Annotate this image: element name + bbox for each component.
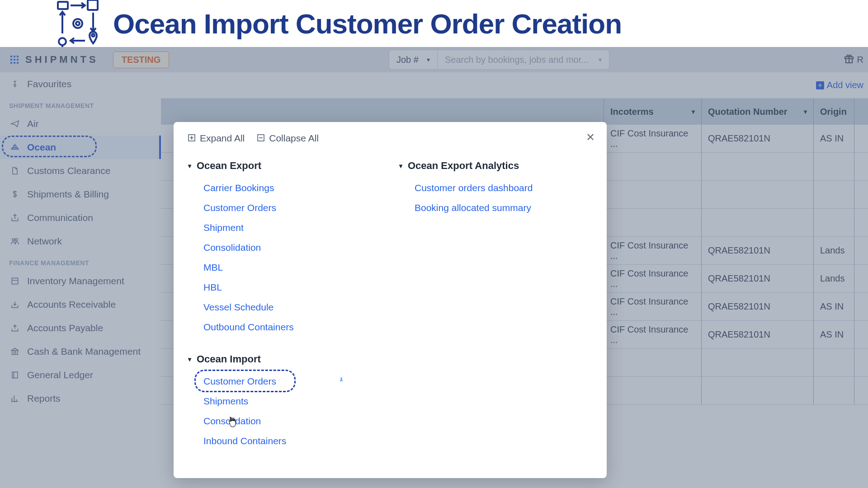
link-shipment[interactable]: Shipment: [188, 218, 381, 238]
sidebar-item-cashbank[interactable]: Cash & Bank Management: [0, 340, 161, 363]
ocean-submenu-popover: Expand All Collapse All ✕ ▾ Ocean Export…: [174, 122, 607, 478]
svg-rect-17: [10, 62, 12, 64]
sidebar-item-network[interactable]: Network: [0, 230, 161, 253]
td-incoterms: [604, 349, 702, 376]
chevron-down-icon: ▾: [692, 108, 695, 115]
svg-rect-12: [14, 56, 15, 57]
toolbar-right: R: [844, 53, 863, 66]
job-type-select[interactable]: Job # ▾: [389, 50, 438, 70]
link-label: Customer orders dashboard: [415, 183, 533, 193]
link-carrier-bookings[interactable]: Carrier Bookings: [188, 178, 381, 198]
link-booking-summary[interactable]: Booking allocated summary: [399, 198, 592, 218]
td-quote: [702, 209, 814, 236]
chart-icon: [10, 394, 20, 404]
th-incoterms[interactable]: Incoterms▾: [604, 99, 702, 125]
link-label: Customer Orders: [203, 376, 276, 387]
sidebar-item-communication[interactable]: Communication: [0, 206, 161, 230]
favourites-label: Favourites: [27, 79, 71, 89]
sidebar-favourites[interactable]: Favourites: [0, 72, 161, 96]
plane-icon: [10, 119, 20, 129]
chevron-down-icon: ▾: [188, 356, 191, 363]
th-label: Origin: [820, 107, 847, 117]
sidebar-label: Ocean: [27, 142, 56, 153]
group-ocean-export-analytics: ▾ Ocean Export Analytics Customer orders…: [399, 160, 592, 218]
link-shipments-import[interactable]: Shipments: [188, 391, 381, 411]
sidebar-nav: Favourites SHIPMENT MANAGEMENT Air Ocean…: [0, 72, 161, 488]
td-incoterms: CIF Cost Insurance ...: [604, 265, 702, 292]
collapse-icon: [257, 133, 264, 144]
close-button[interactable]: ✕: [586, 131, 595, 144]
sidebar-label: General Ledger: [27, 370, 93, 380]
link-customer-dashboard[interactable]: Customer orders dashboard: [399, 178, 592, 198]
collapse-all-button[interactable]: Collapse All: [257, 133, 319, 144]
search-placeholder: Search by bookings, jobs and mor...: [445, 55, 589, 65]
testing-badge: TESTING: [113, 52, 170, 68]
sidebar-section-shipment: SHIPMENT MANAGEMENT: [0, 96, 161, 112]
sidebar-item-ar[interactable]: Accounts Receivable: [0, 293, 161, 316]
th-quote[interactable]: Quotation Number▾: [702, 99, 814, 125]
plus-icon: +: [816, 81, 824, 89]
svg-rect-25: [12, 278, 18, 284]
banner-title: Ocean Import Customer Order Creation: [113, 8, 622, 40]
sidebar-item-ap[interactable]: Accounts Payable: [0, 316, 161, 340]
link-mbl[interactable]: MBL: [188, 258, 381, 277]
td-origin: AS IN: [814, 321, 854, 348]
group-ocean-export: ▾ Ocean Export Carrier Bookings Customer…: [188, 160, 381, 337]
link-inbound-containers[interactable]: Inbound Containers: [188, 431, 381, 451]
group-title-analytics[interactable]: ▾ Ocean Export Analytics: [399, 160, 592, 172]
group-title-ocean-import[interactable]: ▾ Ocean Import: [188, 353, 381, 365]
global-search-input[interactable]: Search by bookings, jobs and mor... ▾: [438, 50, 609, 70]
table-header-spacer: [161, 99, 604, 125]
rewards-label[interactable]: R: [857, 55, 863, 65]
sidebar-label: Accounts Payable: [27, 323, 103, 333]
td-origin: [814, 349, 854, 376]
chevron-down-icon: ▾: [427, 56, 430, 63]
table-header-row: Incoterms▾ Quotation Number▾ Origin: [161, 99, 868, 125]
link-vessel-schedule[interactable]: Vessel Schedule: [188, 297, 381, 317]
chevron-down-icon: ▾: [804, 108, 807, 115]
td-incoterms: [604, 209, 702, 236]
box-icon: [10, 276, 20, 286]
sidebar-item-shipbill[interactable]: Shipments & Billing: [0, 183, 161, 206]
link-consolidation-import[interactable]: Consolidation: [188, 411, 381, 431]
people-icon: [10, 236, 20, 246]
td-incoterms: CIF Cost Insurance ...: [604, 237, 702, 264]
group-label: Ocean Export Analytics: [408, 160, 519, 172]
dollar-icon: [10, 189, 20, 199]
td-origin: Lands: [814, 265, 854, 292]
sidebar-item-inventory[interactable]: Inventory Management: [0, 269, 161, 293]
pin-icon[interactable]: [337, 376, 345, 387]
svg-rect-14: [10, 59, 12, 61]
sidebar-label: Air: [27, 118, 39, 129]
bank-icon: [10, 347, 20, 357]
popover-col-right: ▾ Ocean Export Analytics Customer orders…: [399, 160, 592, 467]
td-incoterms: CIF Cost Insurance ...: [604, 125, 702, 152]
sidebar-item-ocean[interactable]: Ocean: [0, 136, 161, 159]
svg-rect-1: [88, 0, 98, 10]
link-consolidation-export[interactable]: Consolidation: [188, 238, 381, 258]
th-origin[interactable]: Origin: [814, 99, 854, 125]
svg-point-4: [76, 22, 80, 25]
link-hbl[interactable]: HBL: [188, 277, 381, 297]
group-ocean-import: ▾ Ocean Import Customer Orders Shipments…: [188, 353, 381, 451]
td-quote: QRAE582101N: [702, 321, 814, 348]
brand-label: SHIPMNTS: [25, 54, 99, 66]
link-customer-orders-export[interactable]: Customer Orders: [188, 198, 381, 218]
sidebar-label: Network: [27, 236, 62, 247]
sidebar-item-ledger[interactable]: General Ledger: [0, 363, 161, 387]
link-customer-orders-import[interactable]: Customer Orders: [188, 371, 381, 391]
group-title-ocean-export[interactable]: ▾ Ocean Export: [188, 160, 381, 172]
link-label: Booking allocated summary: [415, 202, 531, 213]
td-quote: [702, 377, 814, 404]
add-view-button[interactable]: + Add view: [816, 80, 863, 90]
expand-all-button[interactable]: Expand All: [188, 133, 245, 144]
app-grid-icon[interactable]: [9, 54, 20, 65]
gift-icon[interactable]: [844, 53, 854, 66]
link-outbound-containers[interactable]: Outbound Containers: [188, 317, 381, 337]
inbox-in-icon: [10, 300, 20, 310]
sidebar-item-customs[interactable]: Customs Clearance: [0, 159, 161, 183]
sidebar-item-air[interactable]: Air: [0, 112, 161, 136]
th-label: Incoterms: [610, 107, 654, 117]
sidebar-item-reports[interactable]: Reports: [0, 387, 161, 410]
book-icon: [10, 370, 20, 380]
